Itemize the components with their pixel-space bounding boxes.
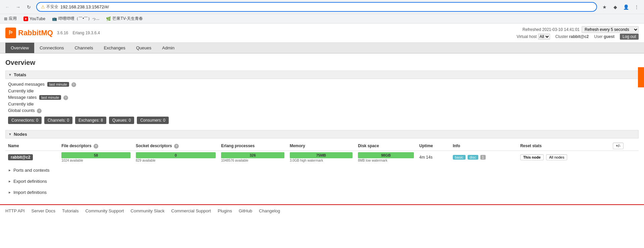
queued-messages-help-icon[interactable]: ? [71, 82, 76, 87]
socket-descriptors-help-icon[interactable]: ? [174, 144, 179, 149]
refresh-select[interactable]: Refresh every 5 seconds Refresh every 10… [582, 26, 639, 33]
bilibili-label: 哔哩哔哩（￣•￣）っ... [58, 16, 99, 22]
col-erlang-processes: Erlang processes [218, 141, 287, 151]
rmq-logo-area: 🏳 RabbitMQ 3.6.16 Erlang 19.3.6.4 [5, 28, 100, 38]
export-arrow-icon: ► [8, 179, 11, 183]
totals-content: Queued messages last minute ? Currently … [5, 82, 639, 128]
mango-icon: 🌿 [106, 16, 111, 21]
insecure-label: 不安全 [46, 4, 58, 10]
tab-queues[interactable]: Queues [131, 43, 157, 53]
security-warning: ⚠ 不安全 [41, 4, 58, 10]
totals-header[interactable]: ▼ Totals [5, 71, 639, 79]
queues-count[interactable]: Queues: 0 [109, 117, 134, 124]
tab-connections[interactable]: Connections [34, 43, 69, 53]
ports-arrow-icon: ► [8, 168, 11, 172]
rmq-header: 🏳 RabbitMQ 3.6.16 Erlang 19.3.6.4 Refres… [0, 24, 644, 43]
forward-button[interactable]: → [13, 2, 23, 12]
bookmark-youtube[interactable]: YouTube [22, 16, 47, 22]
page-title: Overview [5, 59, 639, 67]
col-disk-space: Disk space [355, 141, 417, 151]
tab-overview[interactable]: Overview [5, 43, 34, 53]
node-name-cell: rabbit@c2 [5, 151, 59, 164]
node-name-badge[interactable]: rabbit@c2 [8, 154, 33, 160]
reload-button[interactable]: ↻ [24, 2, 34, 12]
refreshed-label: Refreshed 2021-03-10 14:41:01 [523, 27, 580, 32]
address-input[interactable] [60, 4, 592, 9]
currently-idle-2-text: Currently idle [8, 101, 34, 107]
export-label: Export definitions [13, 179, 47, 184]
message-rates-row: Message rates last minute ? [8, 95, 636, 100]
file-descriptors-help-icon[interactable]: ? [94, 144, 98, 149]
security-icon: ⚠ [41, 4, 45, 9]
exchanges-count[interactable]: Exchanges: 8 [75, 117, 106, 124]
logout-button[interactable]: Log out [620, 34, 639, 40]
rmq-right-accent [638, 67, 644, 87]
bookmark-bilibili[interactable]: 📺 哔哩哔哩（￣•￣）っ... [51, 15, 101, 22]
ports-header[interactable]: ► Ports and contexts [5, 166, 639, 175]
erlang-processes-sub: 1048576 available [221, 159, 284, 162]
tab-exchanges[interactable]: Exchanges [98, 43, 130, 53]
nodes-table-wrap: Name File descriptors ? Socket descripto… [5, 141, 639, 164]
channels-count[interactable]: Channels: 0 [44, 117, 72, 124]
uptime-cell: 4m 14s [417, 151, 450, 164]
tab-admin[interactable]: Admin [157, 43, 180, 53]
disk-space-sub: 8MB low watermark [358, 159, 414, 162]
rmq-logo: 🏳 RabbitMQ [5, 28, 53, 38]
footer-server-docs[interactable]: Server Docs [32, 208, 56, 213]
browser-actions: ★ ◆ 👤 ⋮ [600, 2, 641, 12]
consumers-count[interactable]: Consumers: 0 [137, 117, 169, 124]
col-reset-stats: Reset stats [518, 141, 610, 151]
export-header[interactable]: ► Export definitions [5, 177, 639, 186]
footer-http-api[interactable]: HTTP API [5, 208, 25, 213]
virtual-host-label: Virtual host All [517, 34, 550, 40]
connections-count[interactable]: Connections: 0 [8, 117, 42, 124]
profile-button[interactable]: 👤 [621, 2, 631, 12]
plus-minus-button[interactable]: +/- [613, 142, 624, 149]
global-counts-row: Global counts ? [8, 108, 636, 113]
rmq-top-right: Refreshed 2021-03-10 14:41:01 Refresh ev… [517, 26, 639, 40]
memory-cell: 75MB 3.0GB high watermark [287, 151, 356, 164]
import-arrow-icon: ► [8, 191, 11, 194]
footer-tutorials[interactable]: Tutorials [62, 208, 78, 213]
bilibili-icon: 📺 [52, 16, 57, 21]
all-nodes-button[interactable]: All nodes [546, 154, 567, 160]
rmq-main: Overview ▼ Totals Queued messages last m… [0, 53, 644, 204]
menu-button[interactable]: ⋮ [632, 2, 641, 12]
global-counts-label: Global counts [8, 108, 35, 113]
global-counts-help-icon[interactable]: ? [37, 109, 42, 113]
socket-descriptors-bar: 0 [136, 152, 216, 158]
bookmark-mango[interactable]: 🌿 芒果TV-天生青春 [105, 15, 144, 22]
nodes-arrow-icon: ▼ [8, 132, 12, 136]
footer-changelog[interactable]: Changelog [259, 208, 280, 213]
totals-arrow-icon: ▼ [8, 73, 12, 77]
bookmark-star-button[interactable]: ★ [600, 2, 609, 12]
footer-community-slack[interactable]: Community Slack [130, 208, 164, 213]
address-bar[interactable]: ⚠ 不安全 [36, 2, 597, 12]
col-plus-minus: +/- [610, 141, 639, 151]
message-rates-help-icon[interactable]: ? [63, 95, 68, 100]
file-descriptors-cell: 58 1024 available [59, 151, 133, 164]
footer-commercial-support[interactable]: Commercial Support [171, 208, 211, 213]
footer-community-support[interactable]: Community Support [85, 208, 124, 213]
tab-channels[interactable]: Channels [69, 43, 98, 53]
footer-plugins[interactable]: Plugins [218, 208, 232, 213]
totals-label: Totals [14, 72, 26, 77]
extra-cell [610, 151, 639, 164]
message-rates-badge[interactable]: last minute [39, 95, 61, 100]
import-section: ► Import definitions [5, 188, 639, 197]
footer-github[interactable]: GitHub [239, 208, 252, 213]
nodes-header[interactable]: ▼ Nodes [5, 130, 639, 138]
extension-puzzle-button[interactable]: ◆ [610, 2, 620, 12]
youtube-label: YouTube [30, 16, 45, 21]
rmq-meta-row: Virtual host All Cluster rabbit@c2 User … [517, 34, 639, 40]
back-button[interactable]: ← [3, 2, 12, 12]
bookmarks-bar: ⊞ 应用 YouTube 📺 哔哩哔哩（￣•￣）っ... 🌿 芒果TV-天生青春 [0, 14, 644, 23]
import-header[interactable]: ► Import definitions [5, 188, 639, 197]
this-node-button[interactable]: This node [520, 154, 544, 160]
rmq-logo-text: RabbitMQ [18, 29, 53, 37]
currently-idle-1-text: Currently idle [8, 88, 34, 93]
virtual-host-select[interactable]: All [538, 34, 550, 40]
queued-messages-badge[interactable]: last minute [47, 82, 69, 87]
nodes-label: Nodes [14, 132, 27, 137]
bookmark-apps[interactable]: ⊞ 应用 [3, 15, 18, 22]
